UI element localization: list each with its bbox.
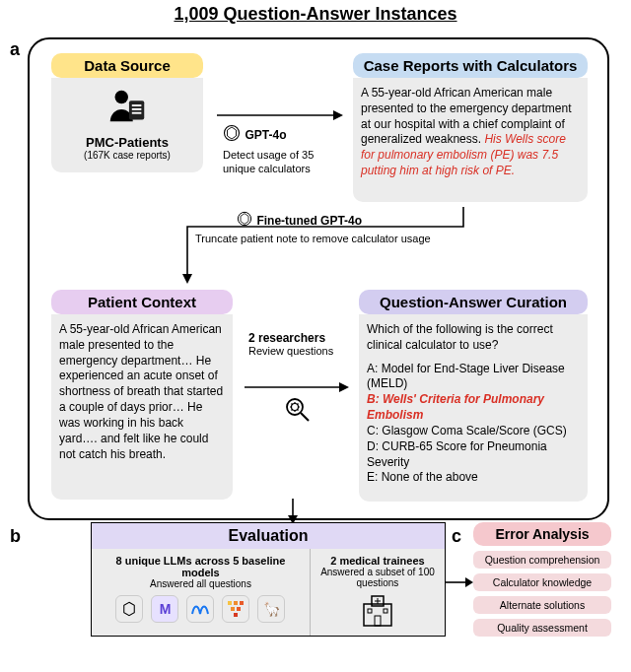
- qa-option-a: A: Model for End-Stage Liver Disease (ME…: [367, 362, 580, 393]
- svg-rect-27: [368, 609, 372, 613]
- mistral-icon: [222, 595, 249, 623]
- gpt-knot-icon: [223, 124, 241, 146]
- evaluation-heading: Evaluation: [92, 523, 445, 549]
- gpt1-block: GPT-4o Detect usage of 35 unique calcula…: [223, 124, 331, 176]
- page-title: 1,009 Question-Answer Instances: [0, 0, 631, 25]
- svg-rect-23: [364, 604, 391, 626]
- svg-rect-28: [384, 609, 387, 613]
- review-who: 2 researchers: [248, 331, 347, 345]
- data-source-sub: (167K case reports): [57, 150, 197, 161]
- qa-option-b: B: Wells' Criteria for Pulmonary Embolis…: [367, 392, 580, 424]
- gpt1-task: Detect usage of 35 unique calculators: [223, 149, 331, 176]
- arrow-to-error: [446, 575, 473, 593]
- svg-marker-6: [333, 110, 343, 120]
- evaluation-box: Evaluation 8 unique LLMs across 5 baseli…: [91, 522, 446, 637]
- review-task: Review questions: [248, 345, 347, 359]
- qa-option-e: E: None of the above: [367, 470, 580, 486]
- panel-label-b: b: [10, 526, 21, 547]
- case-reports-box: Case Reports with Calculators A 55-year-…: [345, 47, 596, 203]
- svg-rect-21: [237, 607, 241, 611]
- svg-rect-17: [228, 601, 232, 605]
- svg-point-7: [225, 126, 240, 141]
- svg-rect-4: [132, 112, 142, 114]
- svg-rect-22: [234, 613, 238, 617]
- svg-rect-2: [132, 104, 142, 106]
- patient-context-heading: Patient Context: [51, 290, 233, 314]
- panel-a-frame: Data Source PMC-Patients (167K case repo…: [28, 37, 609, 520]
- eval-llms-sub: Answered all questions: [100, 578, 302, 589]
- gpt1-name: GPT-4o: [245, 128, 286, 142]
- gpt2-block: Fine-tuned GPT-4o: [237, 211, 362, 231]
- data-source-name: PMC-Patients: [57, 135, 197, 150]
- svg-rect-19: [240, 601, 244, 605]
- err-item-0: Question comprehension: [473, 551, 611, 569]
- meta-icon: [186, 595, 214, 623]
- svg-rect-18: [234, 601, 238, 605]
- svg-line-13: [301, 413, 309, 421]
- gpt2-task: Truncate patient note to remove calculat…: [195, 233, 431, 246]
- qa-question: Which of the following is the correct cl…: [367, 322, 580, 354]
- gpt-knot-icon: [237, 211, 252, 231]
- err-item-2: Alternate solutions: [473, 596, 611, 614]
- svg-point-12: [287, 399, 303, 415]
- eval-humans-title: 2 medical trainees: [318, 555, 437, 567]
- qa-curation-box: Question-Answer Curation Which of the fo…: [351, 284, 596, 503]
- patient-context-box: Patient Context A 55-year-old African Am…: [43, 284, 241, 501]
- svg-rect-20: [231, 607, 235, 611]
- svg-rect-3: [132, 108, 142, 110]
- data-source-box: Data Source PMC-Patients (167K case repo…: [43, 47, 211, 173]
- qa-option-d: D: CURB-65 Score for Pneumonia Severity: [367, 439, 580, 471]
- panel-label-c: c: [452, 526, 461, 547]
- svg-rect-1: [129, 101, 144, 119]
- model-icons-row: M 🦙: [100, 595, 302, 623]
- err-item-3: Quality assessment: [473, 619, 611, 637]
- m-chart-icon: M: [151, 595, 178, 623]
- hospital-icon: [358, 594, 397, 630]
- panel-label-a: a: [10, 39, 20, 60]
- openai-icon: [115, 595, 143, 623]
- magnify-gear-icon: [282, 394, 314, 430]
- person-document-icon: [105, 84, 150, 133]
- qa-curation-heading: Question-Answer Curation: [359, 290, 588, 314]
- llama-icon: 🦙: [257, 595, 285, 623]
- error-analysis-heading: Error Analysis: [473, 522, 611, 546]
- svg-point-0: [115, 91, 128, 103]
- eval-humans-sub: Answered a subset of 100 questions: [318, 567, 437, 588]
- qa-option-c: C: Glasgow Coma Scale/Score (GCS): [367, 424, 580, 439]
- review-block: 2 researchers Review questions: [248, 331, 347, 430]
- err-item-1: Calculator knowledge: [473, 573, 611, 591]
- data-source-heading: Data Source: [51, 53, 203, 78]
- svg-marker-31: [465, 577, 473, 587]
- gpt2-name: Fine-tuned GPT-4o: [256, 214, 362, 228]
- error-analysis-box: Error Analysis Question comprehension Ca…: [473, 522, 611, 641]
- svg-marker-8: [182, 274, 192, 284]
- case-reports-heading: Case Reports with Calculators: [353, 53, 588, 78]
- eval-llms-title: 8 unique LLMs across 5 baseline models: [100, 555, 302, 578]
- patient-context-body: A 55-year-old African American male pres…: [51, 314, 233, 500]
- svg-rect-29: [375, 616, 381, 626]
- svg-point-9: [238, 212, 250, 225]
